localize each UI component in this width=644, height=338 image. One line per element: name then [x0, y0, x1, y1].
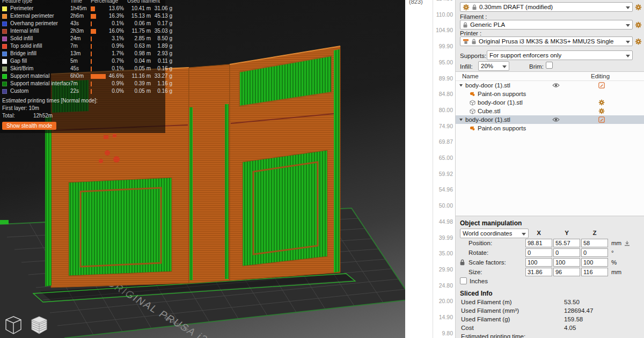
supports-select[interactable]: For support enforcers only	[487, 50, 633, 60]
feature-name: Internal infill	[10, 27, 70, 35]
feature-percentage: 1.7%	[108, 50, 124, 57]
chevron-expand-icon[interactable]	[459, 83, 463, 87]
feature-percentage-bar	[91, 21, 108, 26]
print-settings-gear-button[interactable]	[635, 4, 642, 11]
unit-label: mm	[611, 240, 621, 246]
feature-percentage: 46.6%	[108, 72, 124, 80]
inches-label: Inches	[470, 278, 488, 284]
print-settings-select[interactable]: 0.30mm DRAFT (modified)	[460, 2, 633, 12]
position-z-input[interactable]	[581, 239, 608, 247]
feature-color-swatch	[2, 21, 7, 26]
legend-row-external-perimeter[interactable]: External perimeter2h6m16.3%15.13 m45.13 …	[0, 12, 165, 20]
legend-row-internal-infill[interactable]: Internal infill2h3m16.0%11.75 m35.03 g	[0, 27, 165, 35]
show-stealth-mode-button[interactable]: Show stealth mode	[2, 122, 56, 130]
layer-slider-track[interactable]	[433, 0, 433, 338]
feature-name: Gap fill	[10, 57, 70, 65]
rotate-x-input[interactable]	[525, 248, 552, 257]
eye-icon[interactable]	[552, 117, 560, 122]
layer-slider[interactable]: (823) 114.80110.00104.9099.9095.0089.908…	[405, 0, 455, 338]
feature-time: 24m	[70, 35, 91, 42]
supports-value: For support enforcers only	[489, 52, 561, 58]
chevron-down-icon	[626, 55, 630, 57]
times-title: Estimated printing times [Normal mode]:	[2, 97, 163, 105]
scale-factors-x-input[interactable]	[525, 258, 552, 267]
sliced-info-row-used-filament-m: Used Filament (m)53.50	[456, 298, 644, 307]
printer-icon	[463, 39, 469, 45]
filament-gear-button[interactable]	[635, 21, 642, 28]
sliced-info-row-cost: Cost4.05	[456, 324, 644, 333]
chevron-expand-icon[interactable]	[459, 117, 463, 122]
coordinates-select[interactable]: World coordinates	[460, 229, 529, 238]
size-z-input[interactable]	[581, 268, 608, 276]
object-list-item-cube-stl[interactable]: Cube.stl	[456, 107, 644, 115]
filament-select[interactable]: Generic PLA	[460, 20, 633, 30]
legend-row-custom[interactable]: Custom22s0.0%0.05 m0.16 g	[0, 87, 165, 95]
feature-filament-length: 0.04 m	[127, 57, 151, 65]
feature-name: Support material interface	[10, 80, 70, 87]
sliced-info-row-used-filament-mm: Used Filament (mm³)128694.47	[456, 307, 644, 315]
axis-header-z: Z	[581, 230, 608, 236]
3d-view-icon[interactable]	[2, 314, 25, 336]
feature-filament-length: 11.16 m	[127, 72, 151, 80]
legend-row-gap-fill[interactable]: Gap fill5m0.7%0.04 m0.11 g	[0, 57, 165, 65]
legend-row-perimeter[interactable]: Perimeter1h45m13.6%10.41 m31.06 g	[0, 5, 165, 12]
size-x-input[interactable]	[525, 268, 552, 276]
edit-icon[interactable]	[598, 82, 605, 89]
feature-name: Custom	[10, 87, 70, 95]
gear-icon[interactable]	[598, 99, 605, 106]
manipulation-label: Rotate:	[469, 249, 488, 256]
layers-view-icon[interactable]	[28, 314, 50, 336]
feature-filament-weight: 0.17 g	[151, 20, 172, 27]
supports-label: Supports:	[460, 53, 486, 59]
object-label: body-door (1).stl	[465, 115, 510, 124]
object-list-item-body-door-1-stl[interactable]: body-door (1).stl	[456, 115, 644, 124]
rotate-z-input[interactable]	[581, 248, 608, 257]
scale-factors-y-input[interactable]	[553, 258, 580, 267]
position-y-input[interactable]	[553, 239, 580, 247]
legend-row-skirt-brim[interactable]: Skirt/Brim45s0.1%0.05 m0.16 g	[0, 65, 165, 72]
legend-row-support-material[interactable]: Support material6h0m46.6%11.16 m33.27 g	[0, 72, 165, 80]
lock-icon	[471, 39, 477, 45]
rotate-y-input[interactable]	[553, 248, 580, 257]
gear-icon[interactable]	[598, 108, 605, 114]
feature-name: Skirt/Brim	[10, 65, 70, 72]
cube-icon	[470, 100, 475, 106]
object-list-item-body-door-1-stl[interactable]: body-door (1).stl	[456, 98, 644, 107]
edit-icon[interactable]	[598, 116, 605, 123]
drop-to-bed-icon[interactable]	[624, 240, 630, 246]
legend-row-bridge-infill[interactable]: Bridge infill13m1.7%0.98 m2.93 g	[0, 50, 165, 57]
layer-tick: 35.00	[439, 250, 453, 256]
printer-gear-button[interactable]	[635, 38, 642, 45]
lock-icon	[463, 22, 468, 28]
uniform-scale-lock-icon[interactable]	[459, 259, 465, 266]
3d-viewport[interactable]: ORIGINAL PRUSA i3 MK3 by Josef Pr	[0, 0, 405, 338]
legend-header-percentage: Percentage	[91, 0, 127, 5]
legend-row-top-solid-infill[interactable]: Top solid infill7m0.9%0.63 m1.89 g	[0, 42, 165, 50]
gear-icon	[463, 4, 470, 11]
chevron-down-icon	[626, 6, 630, 9]
estimated-times: Estimated printing times [Normal mode]: …	[0, 95, 165, 130]
legend-header: Feature type Time Percentage Used filame…	[0, 0, 165, 5]
position-x-input[interactable]	[525, 239, 552, 247]
printer-select[interactable]: Original Prusa i3 MK3S & MK3S+ MMU2S Sin…	[460, 36, 633, 46]
legend-row-overhang-perimeter[interactable]: Overhang perimeter43s0.1%0.06 m0.17 g	[0, 20, 165, 27]
brim-checkbox[interactable]	[546, 62, 553, 69]
eye-icon[interactable]	[552, 83, 560, 88]
size-y-input[interactable]	[553, 268, 580, 276]
feature-filament-length: 2.85 m	[127, 35, 151, 42]
feature-filament-length: 15.13 m	[127, 12, 151, 20]
feature-filament-length: 0.63 m	[127, 42, 151, 50]
layer-tick: 54.96	[439, 186, 453, 193]
inches-checkbox[interactable]	[460, 277, 467, 284]
legend-row-solid-infill[interactable]: Solid infill24m3.1%2.85 m8.50 g	[0, 35, 165, 42]
feature-color-swatch	[2, 36, 7, 41]
object-list-item-body-door-1-stl[interactable]: body-door (1).stl	[456, 81, 644, 90]
infill-select[interactable]: 20%	[478, 61, 509, 71]
infill-label: Infill:	[460, 63, 473, 70]
feature-filament-length: 10.41 m	[127, 5, 151, 12]
legend-row-support-material-interface[interactable]: Support material interface7m0.9%0.39 m1.…	[0, 80, 165, 87]
scale-factors-z-input[interactable]	[581, 258, 608, 267]
object-list-item-paint-on-supports[interactable]: Paint-on supports	[456, 124, 644, 133]
object-list-item-paint-on-supports[interactable]: Paint-on supports	[456, 90, 644, 98]
feature-color-swatch	[2, 52, 7, 56]
